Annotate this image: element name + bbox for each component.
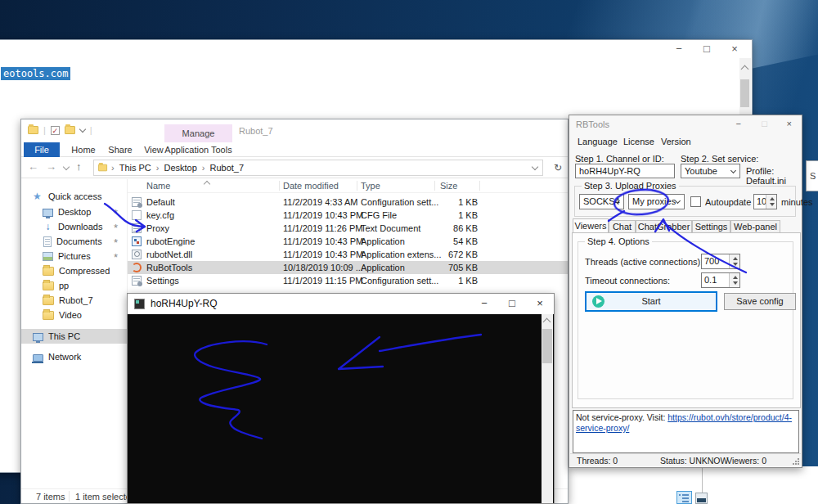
sidebar-item-rubot7[interactable]: Rubot_7 <box>21 293 128 308</box>
tab-file[interactable]: File <box>24 142 60 157</box>
close-icon[interactable]: × <box>729 43 740 55</box>
minimize-icon[interactable]: − <box>470 294 498 314</box>
breadcrumb-this-pc[interactable]: This PC <box>118 163 153 173</box>
file-row-selected[interactable]: RuBotTools 10/18/2019 10:09 ... Applicat… <box>128 261 568 274</box>
options-group: Step 4. Options Threads (active connecti… <box>578 241 793 399</box>
rbtools-menubar: Language License Version <box>569 134 802 151</box>
background-window-bottom <box>555 466 818 504</box>
sidebar-item-quick-access[interactable]: ★Quick access <box>21 189 128 204</box>
scroll-up-icon[interactable] <box>543 318 551 326</box>
minimize-icon[interactable]: − <box>736 119 741 128</box>
scrollbar-thumb[interactable] <box>542 329 552 363</box>
selected-text[interactable]: eotools.com <box>1 67 70 80</box>
breadcrumb-desktop[interactable]: Desktop <box>162 163 198 173</box>
console-output-area <box>128 314 553 503</box>
file-row[interactable]: Proxy 11/1/2019 11:26 PM Text Document 8… <box>128 222 568 235</box>
partial-window-label: S <box>810 171 816 181</box>
close-icon[interactable]: × <box>787 119 792 128</box>
tab-viewers[interactable]: Viewers <box>573 218 609 232</box>
maximize-icon[interactable]: □ <box>762 119 767 128</box>
sidebar-item-this-pc[interactable]: This PC <box>21 329 128 344</box>
new-folder-icon[interactable] <box>65 126 75 134</box>
minimize-icon[interactable]: − <box>673 43 685 55</box>
refresh-icon[interactable]: ↻ <box>554 162 562 173</box>
menu-language[interactable]: Language <box>578 137 618 146</box>
file-row[interactable]: key.cfg 11/1/2019 10:43 PM CFG File 1 KB <box>128 209 568 222</box>
console-scrollbar[interactable] <box>542 314 553 503</box>
separator: | <box>90 125 92 135</box>
tab-share[interactable]: Share <box>103 142 137 157</box>
tab-application-tools[interactable]: Application Tools <box>164 142 232 157</box>
manage-contextual-tab[interactable]: Manage <box>164 124 232 142</box>
save-config-button[interactable]: Save config <box>724 293 796 310</box>
file-row[interactable]: Settings 11/1/2019 11:15 PM Configuratio… <box>128 274 568 287</box>
sidebar-item-downloads[interactable]: ↓Downloads* <box>21 219 128 234</box>
tab-settings[interactable]: Settings <box>692 220 730 232</box>
ribbon-tab-bar: File Home Share View Application Tools <box>21 142 568 157</box>
file-row[interactable]: rubotEngine 11/1/2019 10:43 PM Applicati… <box>128 235 568 248</box>
config-file-icon <box>132 276 142 286</box>
sidebar-item-pp[interactable]: pp <box>21 278 128 293</box>
monitor-icon <box>43 209 53 217</box>
file-row[interactable]: Default 11/2/2019 4:33 AM Configuration … <box>128 196 568 209</box>
folder-icon <box>43 267 54 276</box>
proxy-type-select[interactable]: SOCKS4 <box>579 194 624 209</box>
explorer-titlebar: | ✓ | Manage Rubot_7 <box>21 119 568 142</box>
breadcrumb[interactable]: › This PC › Desktop › Rubot_7 <box>93 160 543 176</box>
sidebar-item-network[interactable]: Network <box>21 349 128 364</box>
breadcrumb-rubot7[interactable]: Rubot_7 <box>209 163 246 173</box>
timeout-stepper[interactable]: 0.1 <box>701 272 740 288</box>
step4-label: Step 4. Options <box>585 236 652 246</box>
maximize-icon[interactable]: □ <box>498 294 526 314</box>
scroll-up-icon[interactable] <box>741 65 749 74</box>
properties-check-icon[interactable]: ✓ <box>51 126 60 135</box>
list-settings-icon[interactable] <box>676 491 692 504</box>
tab-home[interactable]: Home <box>67 142 100 157</box>
tab-chat[interactable]: Chat <box>609 220 636 232</box>
folder-icon <box>98 164 107 172</box>
status-viewers: Viewers: 0 <box>726 456 766 466</box>
forward-icon[interactable]: → <box>46 160 56 173</box>
spin-up-icon[interactable] <box>770 197 775 200</box>
close-icon[interactable]: × <box>526 294 554 314</box>
chevron-down-icon[interactable] <box>532 164 538 170</box>
spin-down-icon[interactable] <box>733 281 738 285</box>
chevron-down-icon[interactable] <box>79 125 86 132</box>
spin-down-icon[interactable] <box>733 263 738 266</box>
spin-down-icon[interactable] <box>770 203 775 206</box>
sidebar-item-desktop[interactable]: Desktop* <box>21 205 128 219</box>
channel-input[interactable]: hoRH4UpY-RQ <box>575 164 675 178</box>
maximize-icon[interactable]: □ <box>701 43 712 55</box>
up-icon[interactable]: ↑ <box>76 160 82 173</box>
proxy-source-select[interactable]: My proxies <box>628 194 685 209</box>
tab-chatgrabber[interactable]: ChatGrabber <box>636 220 692 232</box>
back-icon[interactable]: ← <box>28 160 38 173</box>
network-icon <box>33 354 43 362</box>
resize-grip[interactable] <box>792 457 799 465</box>
spin-up-icon[interactable] <box>733 276 738 279</box>
start-button[interactable]: Start <box>585 291 717 312</box>
interval-stepper[interactable]: 10 <box>753 194 777 209</box>
menu-version[interactable]: Version <box>661 137 691 146</box>
column-header-type[interactable]: Type <box>361 181 380 191</box>
sidebar-item-pictures[interactable]: Pictures* <box>21 249 128 263</box>
sidebar-item-documents[interactable]: Documents* <box>21 234 128 249</box>
status-state: Status: UNKNOW <box>660 456 728 466</box>
column-header-size[interactable]: Size <box>440 181 457 191</box>
spin-up-icon[interactable] <box>733 257 738 260</box>
console-window-icon[interactable] <box>695 493 708 504</box>
autoupdate-checkbox[interactable] <box>690 196 701 207</box>
sidebar-item-compressed[interactable]: Compressed <box>21 263 128 278</box>
threads-stepper[interactable]: 700 <box>701 254 740 269</box>
sidebar-item-video[interactable]: Video <box>21 308 128 322</box>
column-header-date[interactable]: Date modified <box>283 181 339 191</box>
menu-license[interactable]: License <box>623 137 654 146</box>
chevron-down-icon[interactable] <box>63 164 70 170</box>
column-header-name[interactable]: Name <box>146 181 170 191</box>
tab-web-panel[interactable]: Web-panel <box>730 220 780 232</box>
scrollbar-thumb[interactable] <box>740 79 749 107</box>
profile-label: Profile: Default.ini <box>746 166 802 186</box>
pin-icon: * <box>114 236 118 249</box>
service-select[interactable]: Youtube <box>681 164 740 178</box>
file-row[interactable]: rubotNet.dll 11/1/2019 10:43 PM Applicat… <box>128 248 568 261</box>
